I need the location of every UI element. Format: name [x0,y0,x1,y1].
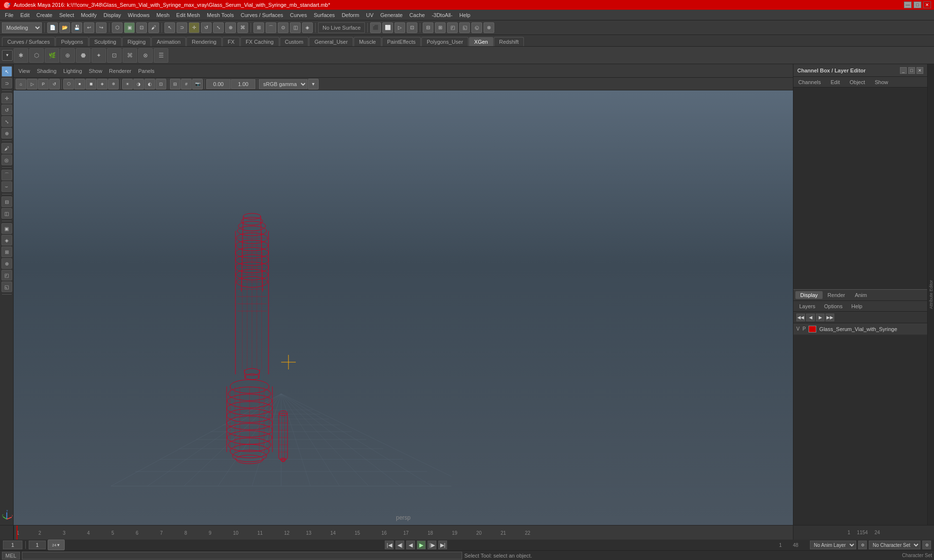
layer-nav-next[interactable]: ▶ [816,314,825,321]
mode-selector[interactable]: Modeling Rigging Animation FX Rendering … [2,22,42,33]
la-tab-options[interactable]: Options [820,302,846,310]
cam-select-btn[interactable]: ▷ [27,79,37,89]
rewind-to-start-btn[interactable]: |◀ [385,541,394,549]
component-mode-btn[interactable]: ⊡ [136,22,147,33]
ch-tab-channels[interactable]: Channels [793,78,826,86]
vp2-camera-btn[interactable]: 📷 [192,79,203,89]
vp-menu-show[interactable]: Show [86,67,106,75]
snap-options-lt[interactable]: ◫ [1,208,12,219]
cam-persp-btn[interactable]: P [38,79,49,89]
step-back-btn[interactable]: ◀| [395,541,404,549]
menu-display[interactable]: Display [101,11,124,19]
forward-to-end-btn[interactable]: ▶| [438,541,447,549]
ep-curve-lt[interactable]: ⌣ [1,181,12,192]
render-settings-button[interactable]: ⬛ [370,22,381,33]
display-solid-btn[interactable]: ■ [74,79,85,89]
layer-nav-next-next[interactable]: ▶▶ [826,314,834,321]
layer-nav-prev[interactable]: ◀ [806,314,815,321]
current-frame-input[interactable] [3,541,22,549]
move-tool-lt[interactable]: ✛ [1,93,12,104]
dr-tab-anim[interactable]: Anim [850,291,872,299]
step-forward-btn[interactable]: |▶ [428,541,436,549]
ch-tab-object[interactable]: Object [844,78,870,86]
shelf-icon-7[interactable]: ⊡ [107,48,122,63]
shelf-tab-sculpting[interactable]: Sculpting [89,37,122,46]
rotate-tool-button[interactable]: ↺ [201,22,212,33]
shelf-toggle-btn[interactable]: ▼ [2,50,13,61]
save-file-button[interactable]: 💾 [72,22,82,33]
mel-input[interactable] [22,552,463,560]
snap-view-button[interactable]: ◈ [302,22,313,33]
dr-tab-render[interactable]: Render [823,291,850,299]
shelf-tab-rigging[interactable]: Rigging [122,37,151,46]
vp-menu-renderer[interactable]: Renderer [106,67,134,75]
layer-btn-lt5[interactable]: ◰ [1,270,12,280]
anim-layer-selector[interactable]: No Anim Layer [810,541,856,549]
display-texture-btn[interactable]: ◼ [86,79,96,89]
vp-menu-panels[interactable]: Panels [135,67,158,75]
display-quality-btn[interactable]: ◈ [97,79,108,89]
layer-btn-lt3[interactable]: ⊞ [1,246,12,257]
vp2-grid-btn[interactable]: # [181,79,192,89]
universal-tool-lt[interactable]: ⊕ [1,128,12,139]
shelf-tab-animation[interactable]: Animation [151,37,186,46]
vp-menu-view[interactable]: View [16,67,33,75]
menu-edit-mesh[interactable]: Edit Mesh [173,11,203,19]
close-button[interactable]: ✕ [923,1,931,8]
scale-tool-lt[interactable]: ⤡ [1,116,12,127]
menu-modify[interactable]: Modify [78,11,99,19]
layer-visibility[interactable]: V [796,326,800,332]
shelf-tab-redshift[interactable]: Redshift [494,37,524,46]
shelf-icon-9[interactable]: ⊗ [138,48,153,63]
cam-home-btn[interactable]: ⌂ [16,79,26,89]
ch-tab-edit[interactable]: Edit [826,78,844,86]
shelf-icon-3[interactable]: 🌿 [45,48,59,63]
shelf-icon-10[interactable]: ☰ [154,48,168,63]
anim-layer-options-btn[interactable]: ⚙ [858,541,867,549]
layer-playback[interactable]: P [803,326,806,332]
shelf-icon-2[interactable]: ⬡ [29,48,44,63]
shelf-tab-general-user[interactable]: General_User [309,37,353,46]
menu-mesh[interactable]: Mesh [153,11,172,19]
xform-btn-1[interactable]: ⊟ [423,22,433,33]
menu-windows[interactable]: Windows [125,11,153,19]
shelf-tab-polygons-user[interactable]: Polygons_User [421,37,468,46]
vp-menu-shading[interactable]: Shading [34,67,59,75]
la-tab-help[interactable]: Help [847,302,866,310]
display-wireframe-btn[interactable]: ⬡ [63,79,74,89]
vp2-isolate-btn[interactable]: ⊟ [170,79,180,89]
menu-mesh-tools[interactable]: Mesh Tools [204,11,236,19]
universal-manipulator-button[interactable]: ⊕ [225,22,236,33]
attribute-editor-tab[interactable]: Attribute Editor [927,64,934,525]
select-by-hierarchy-button[interactable]: ⬡ [112,22,123,33]
cv-curve-lt[interactable]: ⌒ [1,170,12,180]
open-file-button[interactable]: 📂 [59,22,70,33]
vp-value1-input[interactable] [206,79,231,89]
xform-btn-6[interactable]: ⊗ [484,22,494,33]
la-tab-layers[interactable]: Layers [795,302,819,310]
vp2-lighting-btn[interactable]: ☀ [122,79,133,89]
gamma-selector[interactable]: sRGB gamma Linear 1.8 2.2 [259,79,307,89]
paint-tool-lt[interactable]: 🖌 [1,143,12,154]
menu-uv[interactable]: UV [363,11,376,19]
show-manip-lt[interactable]: ⊟ [1,196,12,207]
menu-mesh-display[interactable]: Curves / Surfaces [238,11,286,19]
snap-curve-button[interactable]: ⌒ [266,22,276,33]
menu-help[interactable]: Help [456,11,473,19]
render-button[interactable]: ⬜ [382,22,393,33]
xform-btn-3[interactable]: ◰ [447,22,458,33]
cb-close-btn[interactable]: ✕ [916,67,923,74]
lasso-tool-button[interactable]: ⊃ [177,22,187,33]
cb-float-btn[interactable]: □ [908,67,915,74]
xform-btn-2[interactable]: ⊞ [435,22,446,33]
maximize-button[interactable]: □ [914,1,921,8]
undo-button[interactable]: ↩ [84,22,94,33]
display-all-btn[interactable]: ⊕ [108,79,119,89]
shelf-icon-4[interactable]: ⊕ [60,48,75,63]
snap-point-button[interactable]: ⊙ [278,22,288,33]
shelf-tab-polygons[interactable]: Polygons [55,37,88,46]
layer-btn-lt1[interactable]: ▣ [1,223,12,234]
shelf-tab-painteffects[interactable]: PaintEffects [382,37,421,46]
play-backward-btn[interactable]: ◀ [406,541,415,549]
move-tool-button[interactable]: ✛ [189,22,199,33]
